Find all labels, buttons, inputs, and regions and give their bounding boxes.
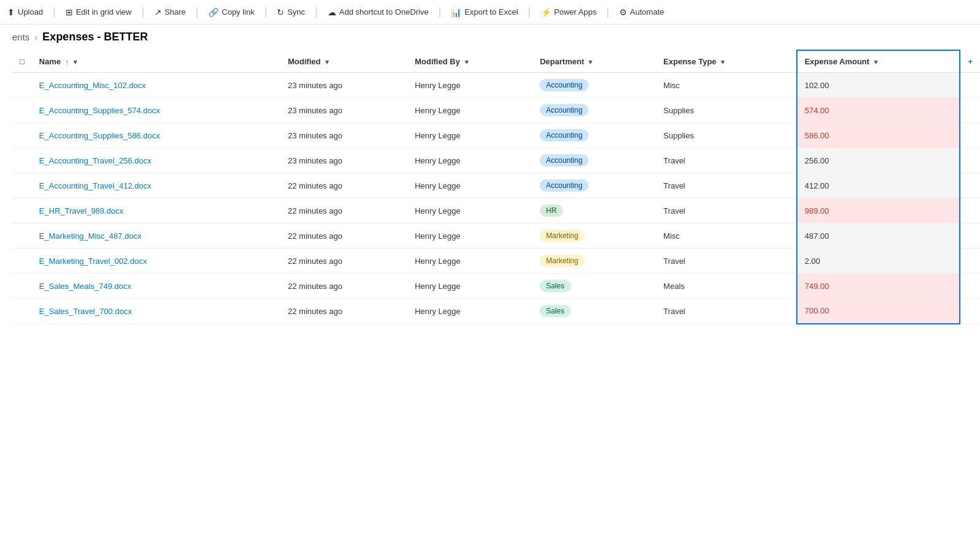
row-department: Marketing (532, 223, 656, 249)
upload-icon: ⬆ (7, 7, 15, 17)
row-add-col (960, 274, 980, 299)
toolbar-add-shortcut[interactable]: ☁ Add shortcut to OneDrive (328, 7, 429, 17)
row-checkbox (12, 249, 32, 274)
toolbar-share-label: Share (165, 7, 186, 17)
row-department: Accounting (532, 148, 656, 173)
row-modified-by: Henry Legge (407, 123, 532, 148)
row-modified-by: Henry Legge (407, 173, 532, 198)
breadcrumb-parent[interactable]: ents (12, 32, 29, 42)
row-name[interactable]: E_Accounting_Misc_102.docx (32, 73, 281, 98)
row-department: Accounting (532, 98, 656, 123)
row-expense-amount: 102.00 (797, 73, 960, 98)
header-modified[interactable]: Modified ▾ (281, 50, 407, 73)
dept-badge: Sales (540, 280, 570, 292)
file-list: □ Name ↑ ▾ Modified ▾ Modified By ▾ Depa… (0, 50, 980, 324)
row-expense-amount: 256.00 (797, 148, 960, 173)
toolbar-edit-grid[interactable]: ⊞ Edit in grid view (66, 7, 132, 17)
row-name[interactable]: E_Accounting_Supplies_586.docx (32, 123, 281, 148)
dept-badge: Sales (540, 305, 570, 317)
toolbar-copy-link-label: Copy link (222, 7, 254, 17)
row-name[interactable]: E_Marketing_Travel_002.docx (32, 249, 281, 274)
toolbar-power-apps[interactable]: ⚡ Power Apps (541, 7, 597, 17)
toolbar-copy-link[interactable]: 🔗 Copy link (208, 7, 254, 17)
row-modified-by: Henry Legge (407, 198, 532, 223)
link-icon: 🔗 (208, 7, 219, 17)
table-row: E_Accounting_Supplies_574.docx23 minutes… (12, 98, 980, 123)
table-header: □ Name ↑ ▾ Modified ▾ Modified By ▾ Depa… (12, 50, 980, 73)
row-modified-by: Henry Legge (407, 73, 532, 98)
toolbar-sync[interactable]: ↻ Sync (277, 7, 305, 17)
toolbar-automate[interactable]: ⚙ Automate (619, 7, 665, 17)
row-checkbox (12, 98, 32, 123)
row-name[interactable]: E_HR_Travel_989.docx (32, 198, 281, 223)
toolbar-add-shortcut-label: Add shortcut to OneDrive (339, 7, 429, 17)
row-expense-amount: 749.00 (797, 274, 960, 299)
toolbar-export-excel[interactable]: 📊 Export to Excel (451, 7, 518, 17)
breadcrumb: ents › Expenses - BETTER (0, 24, 980, 50)
row-department: Accounting (532, 173, 656, 198)
modifiedby-filter-icon[interactable]: ▾ (465, 58, 469, 66)
row-department: Sales (532, 299, 656, 324)
row-expense-amount: 2.00 (797, 249, 960, 274)
sep8: | (606, 6, 609, 18)
expense-amount-sort-icon[interactable]: ▾ (874, 58, 878, 66)
dept-badge: HR (540, 204, 562, 217)
expense-type-filter-icon[interactable]: ▾ (721, 58, 725, 66)
row-name[interactable]: E_Accounting_Travel_256.docx (32, 148, 281, 173)
row-modified: 22 minutes ago (281, 173, 407, 198)
row-department: Accounting (532, 123, 656, 148)
table-body: E_Accounting_Misc_102.docx23 minutes ago… (12, 73, 980, 324)
row-modified-by: Henry Legge (407, 223, 532, 249)
row-checkbox (12, 198, 32, 223)
row-modified: 22 minutes ago (281, 274, 407, 299)
header-checkbox-col: □ (12, 50, 32, 73)
header-modified-by[interactable]: Modified By ▾ (407, 50, 532, 73)
row-expense-type: Travel (656, 173, 797, 198)
row-checkbox (12, 299, 32, 324)
row-name[interactable]: E_Sales_Meals_749.docx (32, 274, 281, 299)
row-expense-amount: 586.00 (797, 123, 960, 148)
dept-filter-icon[interactable]: ▾ (589, 58, 592, 66)
toolbar-upload[interactable]: ⬆ Upload (7, 7, 43, 17)
table-row: E_Accounting_Travel_256.docx23 minutes a… (12, 148, 980, 173)
row-modified: 22 minutes ago (281, 299, 407, 324)
row-department: Marketing (532, 249, 656, 274)
row-expense-type: Supplies (656, 123, 797, 148)
name-filter-icon[interactable]: ▾ (74, 58, 77, 66)
row-expense-type: Travel (656, 299, 797, 324)
toolbar-upload-label: Upload (18, 7, 43, 17)
row-modified-by: Henry Legge (407, 249, 532, 274)
cloud-icon: ☁ (328, 7, 336, 17)
table-row: E_HR_Travel_989.docx22 minutes agoHenry … (12, 198, 980, 223)
row-checkbox (12, 73, 32, 98)
sep2: | (141, 6, 145, 18)
dept-badge: Accounting (540, 79, 588, 91)
header-department[interactable]: Department ▾ (532, 50, 656, 73)
row-add-col (960, 148, 980, 173)
header-expense-amount[interactable]: Expense Amount ▾ (797, 50, 960, 73)
row-checkbox (12, 148, 32, 173)
row-modified: 22 minutes ago (281, 198, 407, 223)
header-expense-type[interactable]: Expense Type ▾ (656, 50, 797, 73)
row-add-col (960, 123, 980, 148)
row-expense-type: Travel (656, 249, 797, 274)
row-department: Accounting (532, 73, 656, 98)
modified-filter-icon[interactable]: ▾ (325, 58, 329, 66)
row-name[interactable]: E_Marketing_Misc_487.docx (32, 223, 281, 249)
header-add-col[interactable]: + (960, 50, 980, 73)
row-name[interactable]: E_Accounting_Travel_412.docx (32, 173, 281, 198)
row-modified-by: Henry Legge (407, 148, 532, 173)
row-name[interactable]: E_Accounting_Supplies_574.docx (32, 98, 281, 123)
row-expense-type: Travel (656, 148, 797, 173)
share-icon: ↗ (154, 7, 162, 17)
row-expense-type: Supplies (656, 98, 797, 123)
row-modified-by: Henry Legge (407, 299, 532, 324)
row-name[interactable]: E_Sales_Travel_700.docx (32, 299, 281, 324)
row-expense-type: Meals (656, 274, 797, 299)
toolbar-share[interactable]: ↗ Share (154, 7, 186, 17)
row-add-col (960, 198, 980, 223)
table-row: E_Marketing_Misc_487.docx22 minutes agoH… (12, 223, 980, 249)
header-name[interactable]: Name ↑ ▾ (32, 50, 281, 73)
table-row: E_Accounting_Supplies_586.docx23 minutes… (12, 123, 980, 148)
row-checkbox (12, 223, 32, 249)
